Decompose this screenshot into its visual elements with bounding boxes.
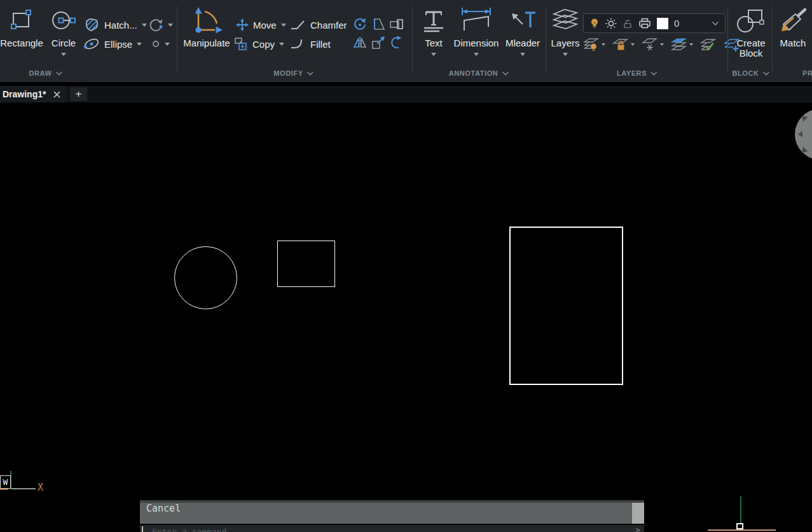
layer-onoff-button[interactable]	[583, 36, 605, 53]
sun-icon[interactable]	[605, 18, 617, 29]
mleader-button[interactable]: Mleader	[503, 4, 542, 56]
dropdown-arrow-icon[interactable]	[631, 43, 635, 46]
drawn-circle[interactable]	[174, 246, 237, 309]
panel-draw[interactable]: DRAW	[29, 69, 62, 77]
circular-arrow-icon	[148, 17, 163, 32]
copy-button[interactable]: Copy	[233, 36, 284, 52]
circle-button[interactable]: Circle	[46, 4, 81, 56]
layer-set-current-button[interactable]	[700, 36, 717, 53]
popup-scrollbar-thumb[interactable]	[632, 503, 644, 524]
dimension-icon	[459, 4, 493, 37]
chevron-down-icon	[307, 71, 314, 76]
chamfer-button[interactable]: Chamfer	[289, 17, 347, 33]
ucs-world-box: W	[0, 475, 11, 489]
chevron-down-icon	[56, 71, 63, 76]
rotate-icon	[352, 17, 368, 32]
drawing-canvas[interactable]: W X Cancel Enter a command >	[0, 102, 812, 532]
revision-cloud-button[interactable]	[148, 17, 173, 33]
rotate-button[interactable]	[352, 17, 368, 32]
layers-label: Layers	[551, 38, 579, 48]
chevron-down-icon	[502, 71, 509, 76]
dimension-dropdown-arrow-icon[interactable]	[474, 53, 479, 56]
unlock-icon[interactable]	[623, 18, 633, 29]
revision-cloud-dropdown-arrow-icon[interactable]	[168, 24, 173, 27]
fillet-icon	[289, 37, 306, 51]
layer-color-swatch[interactable]	[657, 18, 668, 29]
drawn-rectangle-large[interactable]	[509, 227, 623, 385]
extend-button[interactable]	[389, 17, 404, 32]
mirror-icon	[352, 35, 368, 50]
layer-states-button[interactable]	[671, 36, 693, 53]
point-button[interactable]	[151, 36, 170, 52]
layers-button[interactable]: Layers	[549, 4, 582, 56]
lookfrom-widget[interactable]	[795, 109, 812, 160]
tab-drawing1[interactable]: Drawing1*	[0, 86, 67, 102]
panel-block[interactable]: BLOCK	[732, 69, 769, 77]
tab-title: Drawing1*	[3, 89, 46, 99]
manipulate-label: Manipulate	[183, 38, 230, 48]
copy-dropdown-arrow-icon[interactable]	[279, 43, 284, 46]
text-dropdown-arrow-icon[interactable]	[431, 53, 436, 56]
printer-icon[interactable]	[638, 17, 651, 29]
layers-dropdown-arrow-icon[interactable]	[563, 53, 568, 56]
layer-lock-button[interactable]	[612, 36, 635, 53]
scale-button[interactable]	[371, 35, 387, 50]
close-tab-icon[interactable]	[53, 91, 60, 98]
rectangle-button[interactable]: Rectangle	[0, 4, 43, 48]
panel-annotation[interactable]: ANNOTATION	[449, 69, 509, 77]
dropdown-arrow-icon[interactable]	[689, 43, 693, 46]
panel-modify[interactable]: MODIFY	[273, 69, 313, 77]
combo-chevron-down-icon[interactable]	[712, 21, 719, 26]
match-button[interactable]: Match	[777, 4, 809, 48]
circle-icon	[50, 4, 78, 37]
rectangle-label: Rectangle	[0, 38, 43, 48]
hatch-button[interactable]: Hatch...	[83, 17, 147, 33]
move-dropdown-arrow-icon[interactable]	[281, 24, 286, 27]
origin-marker	[736, 523, 743, 529]
circle-dropdown-arrow-icon[interactable]	[61, 53, 66, 56]
ucs-x-axis	[11, 488, 36, 489]
fillet-button[interactable]: Fillet	[289, 36, 331, 52]
dimension-button[interactable]: Dimension	[452, 4, 500, 56]
trim-button[interactable]	[371, 17, 387, 32]
dropdown-arrow-icon[interactable]	[602, 43, 605, 46]
copy-label: Copy	[252, 39, 275, 50]
panel-properties[interactable]: PR	[802, 69, 812, 77]
layer-freeze-icon	[642, 36, 658, 53]
ellipse-button[interactable]: Ellipse	[83, 36, 142, 52]
bricscad-window: { "ribbon": { "draw": {"label": "DRAW", …	[0, 0, 812, 532]
ellipse-dropdown-arrow-icon[interactable]	[137, 43, 142, 46]
layer-select[interactable]: 0	[583, 13, 726, 33]
layer-freeze-button[interactable]	[642, 36, 664, 53]
document-tab-bar: Drawing1* +	[0, 86, 812, 102]
move-button[interactable]: Move	[236, 17, 286, 33]
panel-layers[interactable]: LAYERS	[617, 69, 657, 77]
trim-icon	[371, 17, 387, 32]
point-dropdown-arrow-icon[interactable]	[165, 43, 170, 46]
dropdown-arrow-icon[interactable]	[660, 43, 664, 46]
mirror-button[interactable]	[352, 35, 368, 50]
point-icon	[151, 39, 160, 48]
layers-icon	[551, 4, 580, 37]
command-placeholder: Enter a command	[152, 527, 226, 532]
break-button[interactable]	[389, 35, 404, 50]
chevron-down-icon	[650, 71, 657, 76]
bulb-icon[interactable]	[589, 18, 600, 29]
command-popup-item-cancel[interactable]: Cancel	[146, 503, 181, 524]
command-expand-icon[interactable]: >	[636, 526, 640, 532]
mleader-dropdown-arrow-icon[interactable]	[520, 53, 525, 56]
drawn-rectangle-small[interactable]	[277, 241, 335, 287]
panel-divider	[177, 6, 177, 73]
command-popup-top	[140, 500, 644, 503]
mleader-icon	[509, 4, 537, 37]
chamfer-icon	[289, 18, 306, 32]
text-button[interactable]: Text	[418, 4, 450, 56]
manipulate-button[interactable]: Manipulate	[180, 4, 233, 48]
command-input-row[interactable]: Enter a command >	[140, 525, 644, 532]
create-block-button[interactable]: Create Block	[733, 4, 769, 59]
hatch-icon	[83, 17, 100, 33]
hatch-dropdown-arrow-icon[interactable]	[142, 24, 147, 27]
new-tab-button[interactable]: +	[70, 87, 87, 101]
text-icon	[421, 4, 446, 37]
current-layer-name: 0	[674, 18, 679, 29]
